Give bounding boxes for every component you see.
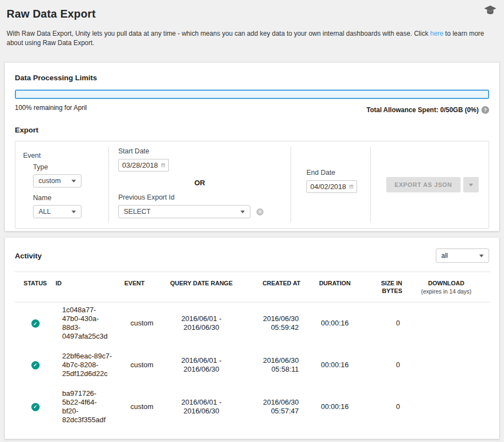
event-cell: custom [124, 344, 166, 386]
download-cell [402, 386, 490, 428]
status-check-icon: ✓ [31, 319, 40, 328]
end-date-column: End Date 04/02/2018 [291, 141, 370, 228]
remaining-label: 100% remaining for April [15, 104, 87, 112]
export-form: Event Type custom Name ALL Start Date [15, 141, 489, 229]
event-label: Event [23, 152, 108, 159]
help-icon[interactable]: ? [481, 106, 489, 114]
column-header-query-date-range: QUERY DATE RANGE [166, 272, 237, 302]
event-type-value: custom [39, 177, 61, 185]
previous-export-row: SELECT ✕ [118, 205, 291, 218]
event-fields: Type custom Name ALL [33, 163, 108, 218]
download-header-label: DOWNLOAD [428, 280, 464, 286]
activity-filter-value: all [441, 252, 448, 259]
chevron-down-icon [72, 180, 76, 183]
start-date-label: Start Date [118, 147, 291, 155]
size-in-bytes-cell: 0 [369, 344, 402, 386]
table-row: ✓ 1c048a77-47b0-430a-88d3-0497afa25c3d c… [15, 302, 490, 344]
page-title: Raw Data Export [7, 8, 96, 20]
table-header-row: STATUS ID EVENT QUERY DATE RANGE CREATED… [15, 272, 490, 302]
activity-panel: Activity all STATUS ID EVENT QUERY DATE … [4, 237, 500, 439]
download-cell [402, 302, 490, 344]
start-date-input[interactable]: 03/28/2018 [118, 159, 169, 172]
created-at-cell: 2016/06/30 05:57:47 [237, 386, 300, 428]
export-options-button[interactable] [463, 177, 479, 192]
event-name-select[interactable]: ALL [33, 205, 81, 218]
export-as-json-button[interactable]: EXPORT AS JSON [386, 177, 461, 192]
event-type-label: Type [33, 163, 108, 171]
download-cell [402, 344, 490, 386]
created-at-cell: 2016/06/30 05:59:42 [237, 302, 300, 344]
learn-more-link[interactable]: here [430, 30, 443, 37]
activity-table: STATUS ID EVENT QUERY DATE RANGE CREATED… [15, 272, 490, 428]
download-expiry-note: (expires in 14 days) [402, 288, 490, 295]
activity-filter-select[interactable]: all [436, 248, 489, 263]
allowance-progress-fill [16, 91, 488, 98]
chevron-down-icon [469, 184, 473, 186]
table-row: ✓ ba971726-5b22-4f64-bf20-82dc3f355adf c… [15, 386, 490, 428]
duration-cell: 00:00:16 [300, 386, 369, 428]
column-header-status: STATUS [15, 272, 56, 302]
end-date-value: 04/02/2018 [310, 183, 346, 191]
event-type-select[interactable]: custom [33, 174, 81, 187]
query-date-range-cell: 2016/06/01 - 2016/06/30 [166, 302, 237, 344]
export-id-cell: ba971726-5b22-4f64-bf20-82dc3f355adf [56, 386, 124, 428]
query-date-range-cell: 2016/06/01 - 2016/06/30 [166, 386, 237, 428]
allowance-label: Total Allowance Spent: 0/50GB (0%) [366, 106, 479, 114]
limits-summary-row: 100% remaining for April Total Allowance… [15, 104, 489, 114]
end-date-label: End Date [306, 169, 370, 176]
or-label: OR [109, 179, 291, 187]
calendar-icon [161, 162, 165, 169]
previous-export-label: Previous Export Id [118, 194, 291, 201]
event-name-label: Name [33, 194, 108, 202]
calendar-icon [349, 183, 353, 190]
table-row: ✓ 22bf6eac-89c7-4b7c-8208-25df12d6d22c c… [15, 344, 490, 386]
column-header-created-at: CREATED AT [237, 272, 300, 302]
event-cell: custom [124, 386, 166, 428]
page-header: Raw Data Export [0, 0, 504, 20]
event-cell: custom [124, 302, 166, 344]
allowance-summary: Total Allowance Spent: 0/50GB (0%) ? [366, 106, 489, 114]
previous-export-value: SELECT [124, 208, 151, 216]
date-or-export-column: Start Date 03/28/2018 OR Previous Export… [109, 141, 291, 228]
export-action-column: EXPORT AS JSON [371, 141, 489, 228]
column-header-id: ID [56, 272, 124, 302]
clear-icon[interactable]: ✕ [256, 208, 264, 216]
size-in-bytes-cell: 0 [369, 302, 402, 344]
size-in-bytes-cell: 0 [369, 386, 402, 428]
chevron-down-icon [72, 211, 76, 213]
page-description: With Raw Data Export, Unity lets you pul… [0, 29, 496, 48]
event-name-value: ALL [39, 208, 51, 216]
query-date-range-cell: 2016/06/01 - 2016/06/30 [166, 344, 237, 386]
education-icon[interactable] [484, 5, 496, 18]
raw-data-export-page: Raw Data Export With Raw Data Export, Un… [0, 0, 504, 442]
column-header-duration: DURATION [300, 272, 369, 302]
activity-heading: Activity [15, 252, 42, 260]
event-column: Event Type custom Name ALL [15, 141, 108, 228]
status-check-icon: ✓ [31, 403, 40, 411]
allowance-progress-bar [15, 90, 489, 99]
data-processing-limits-panel: Data Processing Limits 100% remaining fo… [4, 62, 500, 231]
created-at-cell: 2016/06/30 05:58:11 [237, 344, 300, 386]
start-date-value: 03/28/2018 [122, 161, 158, 169]
limits-heading: Data Processing Limits [15, 74, 489, 82]
export-id-cell: 22bf6eac-89c7-4b7c-8208-25df12d6d22c [56, 344, 124, 386]
description-text-before: With Raw Data Export, Unity lets you pul… [7, 30, 430, 37]
chevron-down-icon [479, 255, 484, 257]
duration-cell: 00:00:16 [300, 302, 369, 344]
column-header-download: DOWNLOAD (expires in 14 days) [402, 272, 490, 302]
column-header-size-in-bytes: SIZE IN BYTES [369, 272, 402, 302]
duration-cell: 00:00:16 [300, 344, 369, 386]
previous-export-select[interactable]: SELECT [118, 205, 250, 218]
chevron-down-icon [240, 211, 245, 213]
export-heading: Export [15, 126, 489, 134]
status-check-icon: ✓ [31, 361, 40, 369]
activity-header: Activity all [15, 248, 489, 263]
column-header-event: EVENT [124, 272, 166, 302]
end-date-input[interactable]: 04/02/2018 [306, 180, 357, 193]
export-id-cell: 1c048a77-47b0-430a-88d3-0497afa25c3d [56, 302, 124, 344]
